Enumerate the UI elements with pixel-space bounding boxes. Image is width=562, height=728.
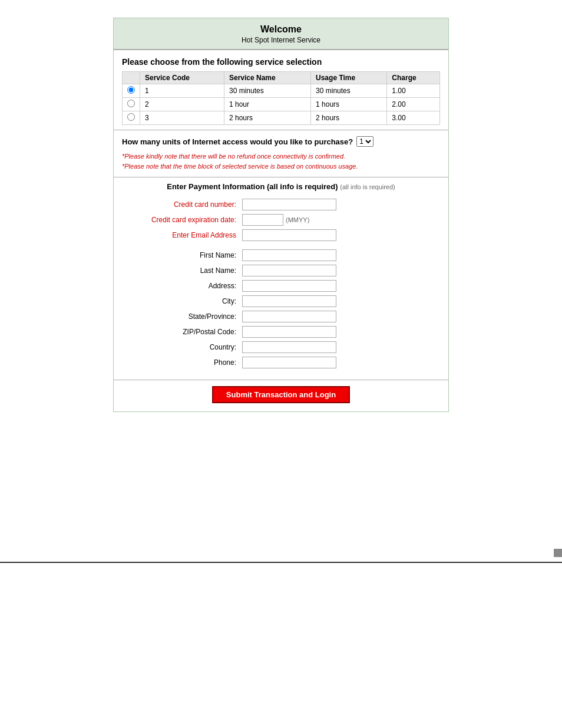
service-name-cell: 2 hours	[224, 111, 310, 125]
units-select[interactable]: 12345	[356, 136, 373, 147]
first-name-input-cell	[240, 248, 440, 263]
col-service-code: Service Code	[140, 72, 224, 84]
credit-card-input-cell	[240, 197, 440, 212]
spacer-row	[122, 243, 440, 248]
notice-section: *Please kindly note that there will be n…	[114, 150, 448, 177]
units-row: How many units of Internet access would …	[122, 136, 440, 147]
service-charge-cell: 1.00	[387, 84, 440, 98]
city-input-cell	[240, 294, 440, 309]
phone-label: Phone:	[122, 355, 240, 370]
field-first-name: First Name:	[122, 248, 440, 263]
email-input-cell	[240, 228, 440, 243]
expiry-hint: (MMYY)	[286, 216, 309, 223]
state-input[interactable]	[242, 311, 336, 322]
submit-section: Submit Transaction and Login	[114, 380, 448, 411]
main-container: Welcome Hot Spot Internet Service Please…	[113, 18, 449, 412]
service-radio-3[interactable]	[127, 113, 135, 121]
payment-heading-sub: (all info is required)	[340, 183, 395, 190]
expiry-wrapper: (MMYY)	[242, 214, 438, 226]
last-name-label: Last Name:	[122, 263, 240, 278]
phone-input[interactable]	[242, 357, 336, 368]
city-label: City:	[122, 294, 240, 309]
field-phone: Phone:	[122, 355, 440, 370]
last-name-input[interactable]	[242, 265, 336, 276]
service-table-row: 130 minutes30 minutes1.00	[123, 84, 440, 98]
first-name-label: First Name:	[122, 248, 240, 263]
service-radio-1[interactable]	[127, 86, 135, 94]
credit-card-label: Credit card number:	[122, 197, 240, 212]
service-code-cell: 3	[140, 111, 224, 125]
service-table-row: 32 hours2 hours3.00	[123, 111, 440, 125]
page-wrapper: Welcome Hot Spot Internet Service Please…	[0, 18, 562, 728]
field-country: Country:	[122, 340, 440, 355]
field-last-name: Last Name:	[122, 263, 440, 278]
service-charge-cell: 2.00	[387, 98, 440, 111]
service-code-cell: 1	[140, 84, 224, 98]
units-section: How many units of Internet access would …	[114, 130, 448, 150]
units-label: How many units of Internet access would …	[122, 137, 353, 146]
service-usage-cell: 2 hours	[311, 111, 387, 125]
bottom-bar	[0, 562, 562, 563]
service-selection-section: Please choose from the following service…	[114, 50, 448, 130]
state-label: State/Province:	[122, 309, 240, 324]
col-usage-time: Usage Time	[311, 72, 387, 84]
city-input[interactable]	[242, 295, 336, 307]
email-label: Enter Email Address	[122, 228, 240, 243]
service-radio-2[interactable]	[127, 100, 135, 107]
header-section: Welcome Hot Spot Internet Service	[114, 18, 448, 50]
payment-heading: Enter Payment Information (all info is r…	[122, 182, 440, 191]
col-charge: Charge	[387, 72, 440, 84]
expiry-label: Credit card expiration date:	[122, 212, 240, 228]
field-zip: ZIP/Postal Code:	[122, 324, 440, 340]
email-input[interactable]	[242, 229, 336, 241]
service-usage-cell: 30 minutes	[311, 84, 387, 98]
last-name-input-cell	[240, 263, 440, 278]
field-credit-card: Credit card number:	[122, 197, 440, 212]
service-radio-cell	[123, 84, 140, 98]
field-address: Address:	[122, 278, 440, 294]
payment-section: Enter Payment Information (all info is r…	[114, 177, 448, 377]
service-table: Service Code Service Name Usage Time Cha…	[122, 71, 440, 125]
notice-1: *Please kindly note that there will be n…	[122, 151, 440, 162]
expiry-input-cell: (MMYY)	[240, 212, 440, 228]
scroll-indicator[interactable]	[554, 549, 562, 557]
zip-input-cell	[240, 324, 440, 340]
submit-button[interactable]: Submit Transaction and Login	[212, 386, 350, 403]
service-selection-heading: Please choose from the following service…	[122, 57, 440, 67]
payment-form-table: Credit card number: Credit card expirati…	[122, 197, 440, 370]
service-usage-cell: 1 hours	[311, 98, 387, 111]
service-name-cell: 1 hour	[224, 98, 310, 111]
first-name-input[interactable]	[242, 249, 336, 261]
notice-2: *Please note that the time block of sele…	[122, 162, 440, 172]
country-label: Country:	[122, 340, 240, 355]
address-input-cell	[240, 278, 440, 294]
phone-input-cell	[240, 355, 440, 370]
col-service-name: Service Name	[224, 72, 310, 84]
state-input-cell	[240, 309, 440, 324]
zip-input[interactable]	[242, 326, 336, 338]
service-table-row: 21 hour1 hours2.00	[123, 98, 440, 111]
service-charge-cell: 3.00	[387, 111, 440, 125]
field-email: Enter Email Address	[122, 228, 440, 243]
service-code-cell: 2	[140, 98, 224, 111]
zip-label: ZIP/Postal Code:	[122, 324, 240, 340]
col-radio	[123, 72, 140, 84]
field-expiry: Credit card expiration date: (MMYY)	[122, 212, 440, 228]
country-input[interactable]	[242, 341, 336, 353]
expiry-input[interactable]	[242, 214, 283, 226]
payment-heading-main: Enter Payment Information (all info is r…	[167, 182, 340, 191]
field-city: City:	[122, 294, 440, 309]
address-input[interactable]	[242, 280, 336, 292]
service-name-cell: 30 minutes	[224, 84, 310, 98]
page-subtitle: Hot Spot Internet Service	[114, 36, 448, 44]
credit-card-input[interactable]	[242, 199, 336, 210]
address-label: Address:	[122, 278, 240, 294]
service-radio-cell	[123, 111, 140, 125]
field-state: State/Province:	[122, 309, 440, 324]
country-input-cell	[240, 340, 440, 355]
page-title: Welcome	[114, 24, 448, 35]
service-radio-cell	[123, 98, 140, 111]
